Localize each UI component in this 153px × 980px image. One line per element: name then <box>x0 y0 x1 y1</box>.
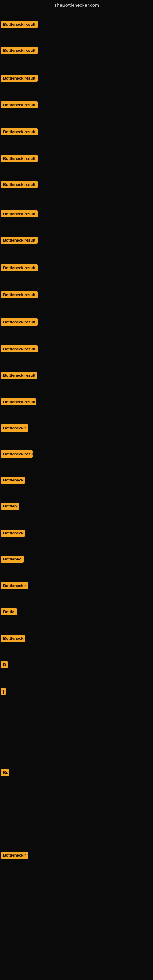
bottleneck-badge: Bottleneck result <box>1 237 38 244</box>
bottleneck-result-item: Bottleneck result <box>1 264 38 272</box>
bottleneck-badge: Bottleneck <box>1 635 25 642</box>
bottleneck-badge: Bottleneck result <box>1 181 38 188</box>
bottleneck-badge: Bottlen <box>1 503 19 510</box>
bottleneck-result-item: Bottleneck result <box>1 181 38 189</box>
bottleneck-result-item: | <box>1 688 5 696</box>
bottleneck-result-item: Bottleneck <box>1 635 25 643</box>
bottleneck-result-item: Bottleneck result <box>1 237 38 245</box>
bottleneck-result-item: Bottleneck result <box>1 101 38 110</box>
bottleneck-result-item: Bottleneck result <box>1 372 37 380</box>
bottleneck-result-item: Bottleneck result <box>1 155 38 163</box>
bottleneck-result-item: Bottleneck r <box>1 582 28 590</box>
bottleneck-badge: Bottlenec <box>1 555 24 563</box>
bottleneck-badge: Bottleneck result <box>1 291 38 298</box>
bottleneck-result-item: Bottleneck result <box>1 398 36 407</box>
bottleneck-result-item: Bottleneck result <box>1 210 38 219</box>
bottleneck-badge: Bottleneck result <box>1 345 38 353</box>
bottleneck-result-item: Bottleneck <box>1 477 25 485</box>
bottleneck-badge: Bottleneck r <box>1 582 28 589</box>
bottleneck-badge: Bottleneck <box>1 477 25 484</box>
bottleneck-badge: Bottleneck result <box>1 372 37 379</box>
bottleneck-badge: Bottleneck result <box>1 101 38 108</box>
bottleneck-result-item: Bottleneck <box>1 530 25 538</box>
bottleneck-result-item: Bottleneck result <box>1 318 38 327</box>
bottleneck-result-item: Bottleneck result <box>1 21 38 29</box>
site-title: TheBottlenecker.com <box>0 0 153 10</box>
bottleneck-badge: Bottleneck result <box>1 75 38 82</box>
bottleneck-result-item: Bottleneck result <box>1 345 38 354</box>
bottleneck-badge: Bottleneck result <box>1 155 38 162</box>
bottleneck-badge: Bottleneck result <box>1 128 38 135</box>
bottleneck-badge: Bo <box>1 769 9 776</box>
bottleneck-result-item: Bottleneck result <box>1 291 38 299</box>
bottleneck-result-item: Bottleneck r <box>1 852 29 860</box>
bottleneck-result-item: B <box>1 661 8 670</box>
bottleneck-badge: B <box>1 661 8 668</box>
bottleneck-badge: Bottleneck <box>1 530 25 536</box>
bottleneck-result-item: Bottle <box>1 608 17 616</box>
bottleneck-badge: | <box>1 688 5 695</box>
bottleneck-badge: Bottleneck result <box>1 210 38 218</box>
bottleneck-badge: Bottleneck result <box>1 47 38 54</box>
bottleneck-badge: Bottleneck resu <box>1 450 33 458</box>
bottleneck-result-item: Bottleneck r <box>1 425 28 433</box>
bottleneck-result-item: Bottlen <box>1 503 19 511</box>
bottleneck-badge: Bottle <box>1 608 17 615</box>
bottleneck-badge: Bottleneck result <box>1 398 36 406</box>
bottleneck-result-item: Bo <box>1 769 9 777</box>
bottleneck-result-item: Bottlenec <box>1 555 24 564</box>
bottleneck-result-item: Bottleneck result <box>1 128 38 137</box>
bottleneck-badge: Bottleneck result <box>1 21 38 28</box>
bottleneck-result-item: Bottleneck resu <box>1 450 33 459</box>
bottleneck-badge: Bottleneck r <box>1 425 28 431</box>
bottleneck-badge: Bottleneck result <box>1 264 38 271</box>
bottleneck-badge: Bottleneck r <box>1 852 29 859</box>
bottleneck-result-item: Bottleneck result <box>1 75 38 83</box>
bottleneck-result-item: Bottleneck result <box>1 47 38 55</box>
bottleneck-badge: Bottleneck result <box>1 318 38 326</box>
